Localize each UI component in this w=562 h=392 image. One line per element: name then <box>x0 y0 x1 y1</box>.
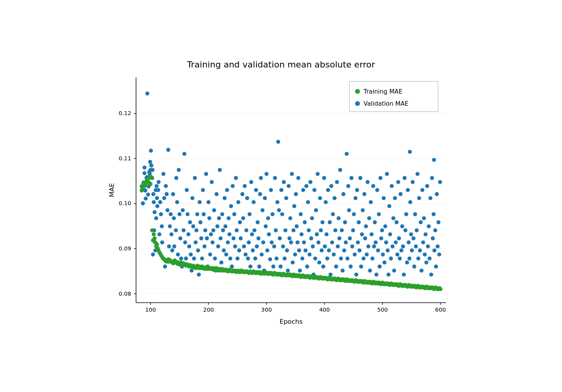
svg-point-336 <box>373 240 377 244</box>
svg-point-261 <box>313 256 317 260</box>
svg-point-254 <box>308 252 311 256</box>
svg-point-84 <box>171 192 175 196</box>
svg-point-233 <box>291 260 295 264</box>
svg-point-334 <box>372 244 376 248</box>
svg-point-388 <box>416 172 420 176</box>
svg-point-281 <box>329 184 333 188</box>
svg-point-162 <box>233 244 237 248</box>
svg-point-275 <box>324 232 328 236</box>
svg-point-393 <box>420 268 423 272</box>
svg-point-215 <box>276 140 280 144</box>
svg-point-165 <box>235 256 239 260</box>
svg-point-317 <box>358 176 362 180</box>
svg-point-313 <box>355 188 359 192</box>
svg-point-72 <box>162 172 165 176</box>
svg-point-320 <box>361 208 365 212</box>
svg-point-328 <box>367 216 371 220</box>
svg-point-237 <box>294 192 298 196</box>
svg-point-134 <box>210 240 214 244</box>
svg-point-325 <box>365 252 369 256</box>
svg-point-77 <box>165 208 169 212</box>
svg-point-290 <box>336 216 340 220</box>
svg-point-240 <box>296 176 300 180</box>
svg-point-287 <box>334 264 338 268</box>
svg-point-396 <box>422 216 426 220</box>
svg-point-375 <box>405 260 409 264</box>
svg-point-208 <box>270 212 274 216</box>
svg-point-340 <box>377 212 381 216</box>
svg-text:0.08: 0.08 <box>119 290 131 296</box>
svg-point-381 <box>410 248 414 252</box>
svg-point-395 <box>421 240 425 244</box>
svg-point-236 <box>293 252 297 256</box>
svg-point-378 <box>407 256 411 260</box>
svg-point-105 <box>187 244 191 248</box>
svg-point-260 <box>312 188 316 192</box>
svg-point-307 <box>350 244 354 248</box>
svg-point-266 <box>317 260 321 264</box>
svg-point-327 <box>366 244 370 248</box>
svg-point-126 <box>204 172 208 176</box>
svg-point-387 <box>415 228 419 232</box>
svg-point-409 <box>432 248 436 252</box>
chart-title: Training and validation mean absolute er… <box>105 60 457 69</box>
svg-point-185 <box>252 200 256 204</box>
svg-point-104 <box>187 232 190 236</box>
svg-point-279 <box>328 220 332 224</box>
svg-point-333 <box>371 184 375 188</box>
svg-point-341 <box>378 264 382 268</box>
svg-point-410 <box>433 228 437 232</box>
svg-point-366 <box>398 256 402 260</box>
svg-point-292 <box>338 168 342 172</box>
svg-point-367 <box>398 192 402 196</box>
svg-point-309 <box>352 212 356 216</box>
svg-point-206 <box>269 188 273 192</box>
chart-area: 0.08 0.09 0.10 0.11 0.12 100 200 300 <box>105 73 457 327</box>
svg-point-264 <box>316 172 320 176</box>
svg-point-157 <box>229 204 233 208</box>
svg-point-356 <box>390 184 394 188</box>
svg-point-246 <box>301 188 305 192</box>
svg-point-119 <box>198 220 202 224</box>
svg-point-301 <box>345 256 349 260</box>
svg-point-190 <box>256 220 260 224</box>
svg-point-177 <box>245 196 249 200</box>
svg-point-169 <box>239 236 243 240</box>
svg-point-46 <box>148 160 152 163</box>
svg-point-219 <box>279 188 283 192</box>
svg-point-120 <box>199 236 203 240</box>
svg-point-101 <box>184 256 188 260</box>
svg-point-122 <box>201 188 205 192</box>
svg-point-114 <box>194 228 198 232</box>
svg-point-386 <box>414 244 418 248</box>
svg-point-286 <box>333 228 337 232</box>
svg-point-181 <box>248 264 252 268</box>
svg-point-196 <box>260 208 264 212</box>
svg-point-48 <box>149 148 153 152</box>
svg-point-361 <box>394 240 398 244</box>
svg-point-179 <box>247 240 251 244</box>
svg-point-210 <box>272 244 276 248</box>
svg-point-257 <box>310 216 314 220</box>
svg-point-182 <box>249 180 253 184</box>
svg-point-399 <box>424 260 428 264</box>
svg-point-140 <box>215 224 219 228</box>
svg-point-188 <box>254 188 258 192</box>
svg-point-312 <box>354 272 358 276</box>
svg-point-167 <box>237 248 241 252</box>
svg-point-109 <box>190 196 194 200</box>
svg-point-376 <box>406 188 410 192</box>
svg-point-241 <box>297 248 301 252</box>
svg-point-272 <box>322 176 326 180</box>
svg-point-158 <box>230 264 234 268</box>
svg-point-89 <box>174 176 178 180</box>
svg-point-424 <box>144 183 148 187</box>
svg-point-411 <box>434 264 438 268</box>
svg-point-283 <box>331 212 335 216</box>
svg-point-86 <box>172 244 176 248</box>
svg-point-352 <box>386 272 390 276</box>
svg-point-99 <box>182 152 186 156</box>
svg-point-295 <box>341 268 345 272</box>
svg-point-311 <box>354 196 357 200</box>
svg-point-289 <box>336 244 340 248</box>
